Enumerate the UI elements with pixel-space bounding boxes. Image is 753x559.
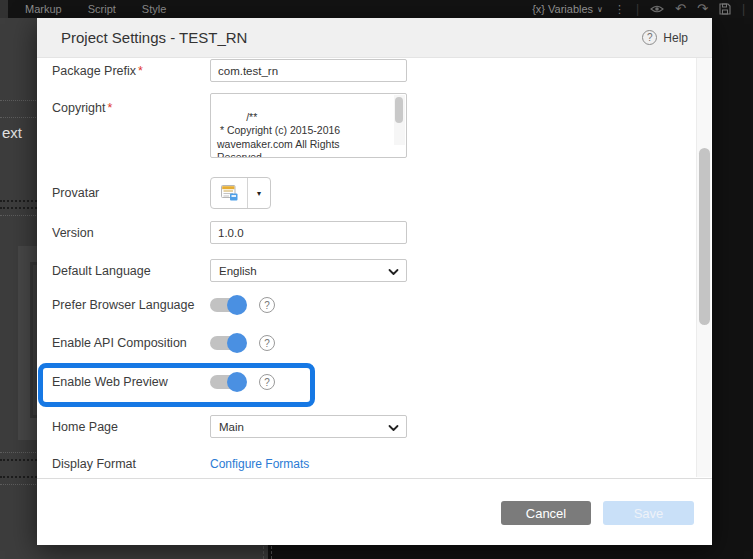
editor-toolbar: Markup Script Style {x} Variables ∨ ⋮ | … [0, 0, 753, 18]
field-row-copyright: Copyright* /** * Copyright (c) 2015-2016… [52, 93, 407, 158]
enable-api-composition-toggle[interactable] [210, 336, 245, 350]
variables-label: {x} Variables [532, 3, 593, 15]
save-button[interactable]: Save [603, 501, 694, 525]
dialog-body: Package Prefix* Copyright* /** * Copyrig… [37, 58, 712, 477]
help-button[interactable]: ? Help [642, 30, 688, 45]
toggle-knob [227, 295, 247, 315]
default-language-value: English [219, 265, 257, 277]
default-language-label: Default Language [52, 264, 210, 278]
dialog-header: Project Settings - TEST_RN ? Help [37, 18, 712, 58]
canvas-partial-text: ext [2, 124, 22, 141]
copyright-text: /** * Copyright (c) 2015-2016 wavemaker.… [217, 111, 373, 159]
home-page-label: Home Page [52, 420, 210, 434]
display-format-label: Display Format [52, 457, 210, 471]
toolbar-right-icons: {x} Variables ∨ ⋮ | ↶ ↷ | [532, 0, 745, 18]
tab-script[interactable]: Script [88, 3, 116, 15]
field-row-provatar: Provatar ▾ [52, 178, 271, 208]
provatar-control: ▾ [210, 177, 271, 209]
cancel-button[interactable]: Cancel [501, 501, 591, 525]
field-row-home-page: Home Page Main [52, 415, 407, 438]
textarea-resize-handle[interactable] [394, 145, 405, 156]
preview-eye-icon[interactable] [650, 4, 664, 14]
tab-markup[interactable]: Markup [25, 3, 62, 15]
field-row-default-language: Default Language English [52, 259, 407, 282]
field-row-display-format: Display Format Configure Formats [52, 456, 309, 472]
toggle-knob [227, 333, 247, 353]
home-page-value: Main [219, 421, 244, 433]
chevron-down-icon [388, 266, 399, 278]
package-prefix-label: Package Prefix* [52, 64, 210, 78]
prefer-browser-language-label: Prefer Browser Language [52, 298, 210, 312]
variables-menu[interactable]: {x} Variables ∨ [532, 3, 603, 15]
help-tooltip-icon[interactable]: ? [259, 335, 275, 351]
field-row-enable-web-preview: Enable Web Preview ? [52, 372, 275, 392]
provatar-label: Provatar [52, 186, 210, 200]
toolbar-divider-2: | [742, 2, 745, 16]
field-row-package-prefix: Package Prefix* [52, 59, 407, 82]
configure-formats-link[interactable]: Configure Formats [210, 457, 309, 471]
field-row-enable-api-composition: Enable API Composition ? [52, 333, 275, 353]
editor-mode-tabs: Markup Script Style [25, 3, 166, 15]
toolbar-divider: | [636, 2, 639, 16]
enable-web-preview-toggle[interactable] [210, 375, 245, 389]
app-window: Markup Script Style {x} Variables ∨ ⋮ | … [0, 0, 753, 559]
chevron-down-icon: ∨ [597, 5, 603, 14]
help-label: Help [663, 31, 688, 45]
redo-icon[interactable]: ↷ [697, 0, 708, 18]
dialog-scrollbar-thumb[interactable] [699, 148, 710, 325]
dialog-footer: Cancel Save [37, 478, 712, 545]
toggle-knob [227, 372, 247, 392]
home-page-select[interactable]: Main [210, 415, 407, 438]
undo-icon[interactable]: ↶ [675, 0, 686, 18]
version-label: Version [52, 226, 210, 240]
textarea-scrollbar[interactable] [394, 95, 405, 145]
kebab-menu-icon[interactable]: ⋮ [614, 0, 625, 18]
prefer-browser-language-toggle[interactable] [210, 298, 245, 312]
textarea-scrollbar-thumb[interactable] [395, 97, 403, 123]
tab-style[interactable]: Style [142, 3, 166, 15]
field-row-version: Version [52, 221, 407, 244]
save-file-icon[interactable] [719, 3, 731, 15]
enable-api-composition-label: Enable API Composition [52, 336, 210, 350]
chevron-down-icon [388, 422, 399, 434]
help-tooltip-icon[interactable]: ? [259, 297, 275, 313]
help-tooltip-icon[interactable]: ? [259, 374, 275, 390]
provatar-dropdown-button[interactable]: ▾ [248, 178, 270, 208]
help-question-icon: ? [642, 30, 657, 45]
enable-web-preview-label: Enable Web Preview [52, 375, 210, 389]
dialog-title: Project Settings - TEST_RN [61, 29, 247, 46]
provatar-image-button[interactable] [211, 178, 248, 208]
version-input[interactable] [210, 221, 407, 244]
default-language-select[interactable]: English [210, 259, 407, 282]
dialog-scrollbar[interactable] [696, 58, 711, 477]
copyright-textarea[interactable]: /** * Copyright (c) 2015-2016 wavemaker.… [210, 93, 407, 158]
project-settings-dialog: Project Settings - TEST_RN ? Help Packag… [37, 18, 712, 545]
package-prefix-input[interactable] [210, 59, 407, 82]
required-asterisk: * [108, 101, 113, 115]
field-row-prefer-browser-language: Prefer Browser Language ? [52, 295, 275, 315]
provatar-list-icon [219, 183, 240, 203]
active-tab-sliver [0, 0, 8, 18]
required-asterisk: * [138, 64, 143, 78]
copyright-label: Copyright* [52, 93, 210, 115]
